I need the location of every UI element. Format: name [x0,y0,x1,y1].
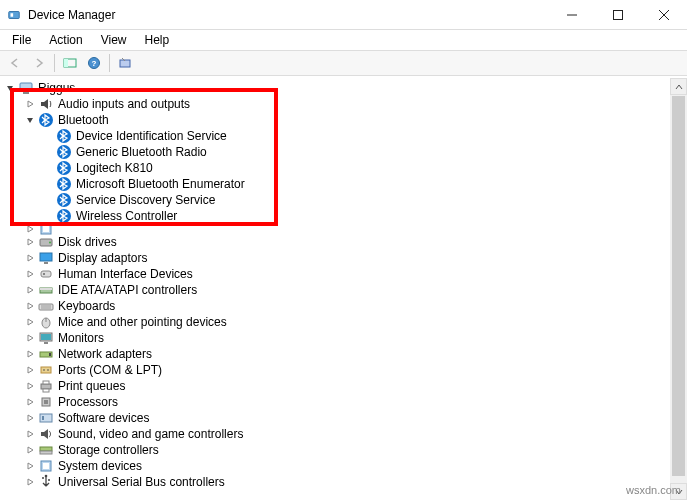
titlebar: Device Manager [0,0,687,30]
expander-open-icon[interactable] [24,114,36,126]
tree-node[interactable]: IDE ATA/ATAPI controllers [0,282,687,298]
watermark: wsxdn.com [626,484,681,496]
svg-point-42 [47,369,49,371]
tree-node[interactable]: Software devices [0,410,687,426]
menu-action[interactable]: Action [41,32,90,48]
tree-node[interactable]: Monitors [0,330,687,346]
menu-help[interactable]: Help [137,32,178,48]
tree-node[interactable]: Logitech K810 [0,160,687,176]
expander-closed-icon[interactable] [24,364,36,376]
tree-node[interactable]: Sound, video and game controllers [0,426,687,442]
svg-rect-48 [40,414,52,422]
tree-node-label: Sound, video and game controllers [58,426,243,442]
tree-node-label: Logitech K810 [76,160,153,176]
scrollbar[interactable] [670,78,687,500]
scrollbar-thumb[interactable] [672,96,685,476]
expander-closed-icon[interactable] [24,268,36,280]
tree-node[interactable]: Wireless Controller [0,208,687,224]
app-icon [6,7,22,23]
tree-node[interactable]: Audio inputs and outputs [0,96,687,112]
expander-closed-icon[interactable] [24,332,36,344]
minimize-button[interactable] [549,0,595,30]
menu-file[interactable]: File [4,32,39,48]
expander-closed-icon[interactable] [24,380,36,392]
svg-rect-26 [41,271,51,277]
tree-node-label: Ports (COM & LPT) [58,362,162,378]
svg-rect-25 [44,262,48,264]
tree-node[interactable]: Service Discovery Service [0,192,687,208]
maximize-button[interactable] [595,0,641,30]
display-icon [38,250,54,266]
tree-node[interactable]: Universal Serial Bus controllers [0,474,687,490]
bt-icon [56,144,72,160]
svg-rect-3 [614,10,623,19]
svg-rect-12 [23,92,29,94]
tree-node[interactable]: Disk drives [0,234,687,250]
expander-closed-icon[interactable] [24,252,36,264]
tree-node-label: Network adapters [58,346,152,362]
expander-closed-icon[interactable] [24,98,36,110]
show-hide-button[interactable] [59,52,81,74]
tree-node[interactable]: Display adaptors [0,250,687,266]
expander-closed-icon[interactable] [24,412,36,424]
tree-node[interactable]: Mice and other pointing devices [0,314,687,330]
svg-rect-1 [11,13,14,17]
expander-none [42,178,54,190]
svg-rect-0 [9,11,20,18]
tree-node[interactable]: System devices [0,458,687,474]
expander-closed-icon[interactable] [24,316,36,328]
scroll-up-arrow[interactable] [670,78,687,95]
tree-node[interactable]: Device Identification Service [0,128,687,144]
expander-closed-icon[interactable] [24,444,36,456]
bt-icon [56,176,72,192]
bt-icon [56,192,72,208]
bt-icon [56,128,72,144]
close-button[interactable] [641,0,687,30]
tree-node[interactable]: Print queues [0,378,687,394]
menu-view[interactable]: View [93,32,135,48]
expander-closed-icon[interactable] [24,348,36,360]
computer-icon [18,80,34,96]
tree-node[interactable]: Microsoft Bluetooth Enumerator [0,176,687,192]
svg-rect-53 [43,463,49,469]
tree-node[interactable]: Storage controllers [0,442,687,458]
sound-icon [38,426,54,442]
sw-icon [38,410,54,426]
tree-node-label: Mice and other pointing devices [58,314,227,330]
tree-node[interactable]: Generic Bluetooth Radio [0,144,687,160]
tree-node[interactable]: Processors [0,394,687,410]
expander-closed-icon[interactable] [24,396,36,408]
svg-rect-30 [39,304,53,310]
svg-rect-49 [42,416,44,420]
back-button[interactable] [4,52,26,74]
expander-open-icon[interactable] [4,82,16,94]
expander-none [42,146,54,158]
svg-rect-11 [20,83,32,91]
help-button[interactable]: ? [83,52,105,74]
tree-node[interactable]: Bluetooth [0,112,687,128]
scan-button[interactable] [114,52,136,74]
tree-node-label: Microsoft Bluetooth Enumerator [76,176,245,192]
tree-node[interactable]: Ports (COM & LPT) [0,362,687,378]
expander-closed-icon[interactable] [24,428,36,440]
svg-rect-51 [40,451,52,454]
tree-node-label: Display adaptors [58,250,147,266]
tree-node[interactable]: Network adapters [0,346,687,362]
expander-closed-icon[interactable] [24,460,36,472]
usb-icon [38,474,54,490]
expander-closed-icon[interactable] [24,300,36,312]
forward-button[interactable] [28,52,50,74]
expander-closed-icon[interactable] [24,476,36,488]
expander-closed-icon[interactable] [24,284,36,296]
tree-node[interactable]: Human Interface Devices [0,266,687,282]
disk-icon [38,234,54,250]
tree-node[interactable]: Keyboards [0,298,687,314]
storage-icon [38,442,54,458]
tree-node-label: Print queues [58,378,125,394]
expander-closed-icon[interactable] [24,236,36,248]
tree-node-clipped [0,224,687,234]
bt-icon [56,160,72,176]
device-tree[interactable]: RiggusAudio inputs and outputsBluetoothD… [0,78,687,500]
tree-root[interactable]: Riggus [0,80,687,96]
port-icon [38,362,54,378]
